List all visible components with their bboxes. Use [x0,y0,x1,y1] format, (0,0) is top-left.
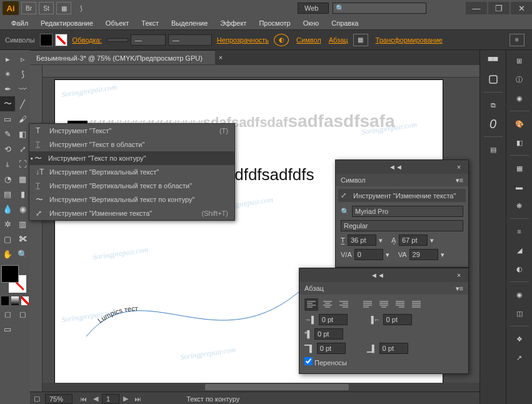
graphic-styles-icon[interactable]: ◫ [510,305,529,321]
scale-tool[interactable]: ⤢ [15,141,30,156]
page-input[interactable]: 1 [102,394,119,404]
paragraph-tab[interactable]: Абзац [304,285,324,292]
align-icon[interactable]: ▦ [353,34,368,46]
menu-effect[interactable]: Эффект [214,18,253,29]
slice-tool[interactable]: ✀ [15,231,30,246]
ctx-vertical-path-type-tool[interactable]: 〜Инструмент "Вертикальный текст по конту… [29,193,234,206]
width-tool[interactable]: ⫰ [0,156,15,171]
scrollbar-horizontal[interactable] [43,383,479,391]
menu-object[interactable]: Объект [99,18,135,29]
justify-right-button[interactable] [393,298,407,311]
transparency-icon[interactable]: ◐ [510,261,529,277]
symbol-sprayer-tool[interactable]: ✲ [0,216,15,231]
text-on-path[interactable]: Lumpics тест [80,261,318,355]
artboards-icon[interactable]: ⊞ [510,53,529,69]
links-icon[interactable]: ⧉ [484,97,503,113]
shaper-tool[interactable]: ✎ [0,126,15,141]
nav-prev-icon[interactable]: ◀ [91,395,101,403]
direct-selection-tool[interactable]: ▹ [15,51,30,66]
asset-export-icon[interactable]: ↗ [510,350,529,366]
stepper-icon[interactable]: ▾ [379,236,383,245]
text-object-2[interactable]: fdfdfsadfdfs [230,165,314,184]
appearance-icon[interactable]: ◉ [510,286,529,303]
indent-right-input[interactable]: 0 pt [383,314,412,325]
line-tool[interactable]: ╱ [15,96,30,111]
ctx-vertical-area-type-tool[interactable]: ⌶Инструмент "Вертикальный текст в област… [29,179,234,193]
type-tool[interactable]: 〜 [0,96,15,111]
panel-close-icon[interactable]: × [454,163,463,171]
eyedropper-tool[interactable]: 💧 [0,201,15,216]
hand-tool[interactable]: ✋ [0,246,15,261]
ctx-path-type-tool[interactable]: ▪〜Инструмент "Текст по контуру" [29,151,234,165]
justify-center-button[interactable] [377,298,391,311]
menu-type[interactable]: Текст [135,18,165,29]
close-button[interactable]: ✕ [511,2,532,14]
gradient-mode-icon[interactable] [11,296,19,305]
rectangle-tool[interactable]: ▭ [0,111,15,126]
align-panel-icon[interactable]: ▤ [484,141,503,158]
font-family-select[interactable]: Myriad Pro [352,206,463,217]
magic-wand-tool[interactable]: ✴ [0,66,15,81]
menu-file[interactable]: Файл [5,18,34,29]
gradient-tool[interactable]: ▮ [15,186,30,201]
menu-edit[interactable]: Редактирование [34,18,99,29]
fill-swatch[interactable] [40,34,53,46]
doc-tab-active[interactable]: Безымянный-3* @ 75% (CMYK/Предпросмотр G… [30,51,215,64]
menu-window[interactable]: Окно [297,18,326,29]
rotate-tool[interactable]: ⟲ [0,141,15,156]
justify-left-button[interactable] [361,298,374,311]
indent-first-input[interactable]: 0 pt [314,328,343,340]
curvature-tool[interactable]: 〰 [15,81,30,96]
mesh-tool[interactable]: ▤ [0,186,15,201]
stroke-profile-select[interactable]: — [131,34,166,46]
bridge-icon[interactable]: Br [21,2,36,14]
fill-stroke-control[interactable] [0,265,28,293]
color-icon[interactable]: 🎨 [510,116,529,132]
brushes-icon[interactable]: ▬ [510,179,529,195]
ctx-vertical-type-tool[interactable]: ↓TИнструмент "Вертикальный текст" [29,165,234,179]
draw-behind-icon[interactable]: ◻ [15,306,30,321]
stock-icon[interactable]: St [39,2,54,14]
zoom-tool[interactable]: 🔍 [15,246,30,261]
libraries-icon[interactable] [484,71,503,88]
menu-help[interactable]: Справка [325,18,364,29]
ctx-area-type-tool[interactable]: ⌶Инструмент "Текст в области" [29,138,234,151]
arrange-docs-icon[interactable]: ▦ [56,2,71,14]
stroke-panel-icon[interactable]: ≡ [510,223,529,240]
stroke-weight-select[interactable] [107,38,128,42]
lasso-tool[interactable]: ⟆ [15,66,30,81]
paintbrush-tool[interactable]: 🖌 [15,111,30,126]
scroll-thumb[interactable] [205,384,349,390]
stepper-icon[interactable]: ▾ [441,251,444,259]
panel-menu-icon[interactable]: ▾≡ [456,176,463,184]
stepper-icon[interactable]: ▾ [386,251,389,259]
stroke-link[interactable]: Обводка: [70,36,104,44]
selection-tool[interactable]: ▸ [0,51,15,66]
pen-tool[interactable]: ✒ [0,81,15,96]
fill-indicator[interactable] [1,265,19,283]
recolor-icon[interactable]: ◐ [274,34,289,46]
perspective-tool[interactable]: ▦ [15,171,30,186]
character-tab[interactable]: Символ [341,176,366,184]
align-right-button[interactable] [337,298,351,311]
leading-input[interactable]: 67 pt [399,235,428,246]
font-size-input[interactable]: 36 pt [348,235,376,246]
character-link[interactable]: Символ [294,36,324,44]
none-mode-icon[interactable] [21,296,29,305]
ctx-type-tool[interactable]: TИнструмент "Текст"(T) [29,124,234,138]
type-panel-icon[interactable]: 0 [484,116,503,132]
justify-all-button[interactable] [409,298,423,311]
info-icon[interactable]: ⓘ [510,71,529,88]
maximize-button[interactable]: ❐ [488,2,509,14]
touch-type-link[interactable]: Инструмент "Изменение текста" [353,192,456,199]
tab-close-icon[interactable]: × [215,54,226,61]
kerning-input[interactable]: 0 [354,249,383,260]
minimize-button[interactable]: — [466,2,487,14]
swatches-icon[interactable]: ▦ [510,160,529,176]
menu-view[interactable]: Просмотр [253,18,296,29]
properties-icon[interactable]: ▀▀ [484,53,503,69]
ctx-touch-type-tool[interactable]: ⤢Инструмент "Изменение текста"(Shift+T) [29,206,234,220]
gradient-panel-icon[interactable]: ◢ [510,242,529,258]
brush-select[interactable]: — [168,34,212,46]
free-transform-tool[interactable]: ⛶ [15,156,30,171]
